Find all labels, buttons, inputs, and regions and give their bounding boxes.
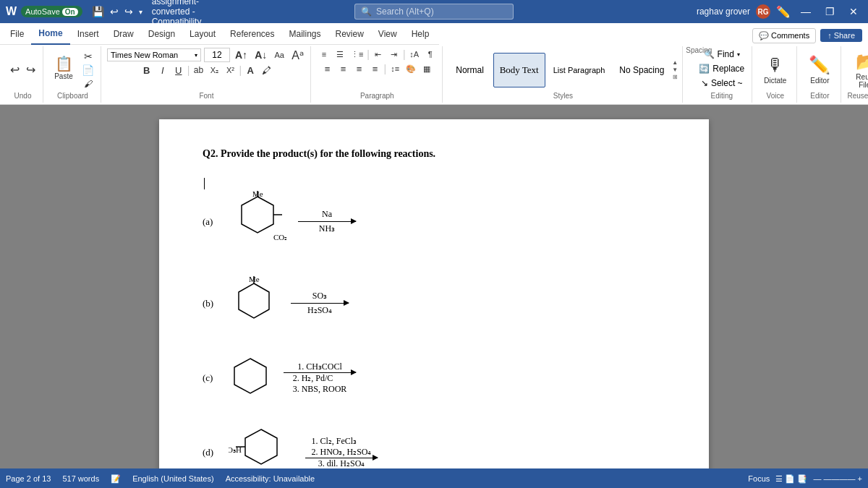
title-bar: W AutoSave On 💾 ↩ ↪ ▾ chem assignment-co… [0,0,868,23]
group-styles: Normal Body Text List Paragraph No Spaci… [444,46,684,103]
italic-button[interactable]: I [156,64,170,77]
tab-references[interactable]: References [223,23,281,44]
styles-scroll-down[interactable]: ▼ [672,67,678,73]
dictate-icon: 🎙 [767,55,784,75]
bold-button[interactable]: B [140,64,154,77]
svg-marker-8 [234,359,266,393]
copy-button[interactable]: 📄 [80,64,96,77]
tab-view[interactable]: View [371,23,404,44]
search-box[interactable]: 🔍 [354,4,514,20]
font-size-selector[interactable]: 12 [204,48,230,62]
font-name-selector[interactable]: Times New Roman ▾ [107,48,201,61]
select-button[interactable]: ↘ Select ~ [698,77,746,90]
numbering-button[interactable]: ☰ [333,48,347,61]
highlight-button[interactable]: 🖍 [259,64,273,77]
tab-home[interactable]: Home [31,24,69,45]
group-editing: 🔍 Find ▾ 🔄 Replace ↘ Select ~ Editing [692,46,752,103]
tab-review[interactable]: Review [328,23,371,44]
borders-button[interactable]: ▦ [420,62,434,75]
text-cursor [204,178,205,189]
style-no-spacing[interactable]: No Spacing [613,53,671,87]
replace-button[interactable]: 🔄 Replace [696,62,747,75]
save-qat-button[interactable]: 💾 [90,4,106,19]
subscript-button[interactable]: X₂ [207,64,221,77]
reagents-above-d: 1. Cl₂, FeCl₃ 2. HNO₃, H₂SO₄ [311,436,371,458]
ribbon-tabs: File Home Insert Draw Design Layout Refe… [0,23,439,45]
group-undo: ↩ ↪ Undo [3,46,43,103]
dictate-button[interactable]: 🎙 Dictate [758,52,792,87]
shading-button[interactable]: 🎨 [404,62,418,75]
structure-c-svg [229,353,272,403]
style-body-text[interactable]: Body Text [493,53,545,87]
styles-more[interactable]: ⊞ [672,74,678,80]
minimize-button[interactable]: — [796,4,815,19]
reagent-b: SO₃ H₂SO₄ [291,291,349,316]
cut-button[interactable]: ✂ [80,50,96,63]
align-right-button[interactable]: ≡ [352,62,366,75]
change-case-button[interactable]: Aᵃ [289,48,306,61]
select-icon: ↘ [701,78,708,88]
svg-marker-0 [242,197,273,233]
customize-qat-button[interactable]: ▾ [137,7,145,17]
decrease-font-button[interactable]: A↓ [252,48,269,61]
group-editor: ✏️ Editor Editor [799,46,841,103]
autosave-toggle[interactable]: AutoSave On [21,6,82,17]
title-bar-center: 🔍 [223,4,645,20]
comments-button[interactable]: 💬 Comments [752,28,816,43]
clear-format-button[interactable]: Aa [272,48,286,61]
tab-help[interactable]: Help [404,23,437,44]
format-painter-button[interactable]: 🖌 [80,77,96,90]
redo-button[interactable]: ↪ [23,60,38,80]
tab-mailings[interactable]: Mailings [281,23,328,44]
arrow-c [284,372,356,373]
editor-button[interactable]: ✏️ Editor [803,52,836,87]
maximize-button[interactable]: ❐ [821,4,839,19]
spacing-label: Spacing [686,46,712,54]
sort-button[interactable]: ↕A [407,48,422,61]
quick-access-toolbar: 💾 ↩ ↪ ▾ [90,4,145,19]
font-color-button[interactable]: A [243,64,258,77]
page-info: Page 2 of 13 [6,474,51,483]
styles-scroll-up[interactable]: ▲ [672,59,678,66]
tab-design[interactable]: Design [141,23,182,44]
undo-qat-button[interactable]: ↩ [108,4,121,19]
tab-draw[interactable]: Draw [106,23,141,44]
group-clipboard: 📋 Paste ✂ 📄 🖌 Clipboard [45,46,101,103]
strikethrough-button[interactable]: ab [191,64,205,77]
style-normal[interactable]: Normal [448,53,492,87]
align-center-button[interactable]: ≡ [336,62,350,75]
align-left-button[interactable]: ≡ [320,62,334,75]
redo-qat-button[interactable]: ↪ [122,4,135,19]
decrease-indent-button[interactable]: ⇤ [371,48,386,61]
font-group-label: Font [199,92,213,101]
share-icon: ↑ [827,31,832,40]
pen-icon[interactable]: ✏️ [776,5,791,19]
replace-icon: 🔄 [699,64,710,74]
editor-group-label: Editor [810,92,829,101]
show-para-button[interactable]: ¶ [423,48,438,61]
share-button[interactable]: ↑ Share [820,29,862,42]
underline-button[interactable]: U [171,64,186,77]
multilevel-button[interactable]: ⋮≡ [349,48,365,61]
comments-icon: 💬 [759,31,769,40]
styles-group-label: Styles [553,92,573,101]
justify-button[interactable]: ≡ [367,62,382,75]
increase-font-button[interactable]: A↑ [233,48,250,61]
focus-label: Focus [748,474,770,483]
search-input[interactable] [376,7,492,17]
bullets-button[interactable]: ≡ [317,48,331,61]
tab-insert[interactable]: Insert [70,23,106,44]
style-list-paragraph[interactable]: List Paragraph [547,53,612,87]
reuse-files-button[interactable]: 📂 ReuseFiles [850,48,868,92]
tab-file[interactable]: File [3,23,31,44]
close-button[interactable]: ✕ [845,4,862,19]
undo-button[interactable]: ↩ [7,60,22,80]
line-spacing-button[interactable]: ↕≡ [388,62,402,75]
structure-b: Me SO₃ H₂SO₄ [229,275,349,333]
superscript-button[interactable]: X² [223,64,237,77]
paste-button[interactable]: 📋 Paste [49,50,78,87]
accessibility-status: Accessibility: Unavailable [226,474,315,483]
tab-layout[interactable]: Layout [182,23,223,44]
increase-indent-button[interactable]: ⇥ [387,48,401,61]
search-icon: 🔍 [361,7,372,17]
